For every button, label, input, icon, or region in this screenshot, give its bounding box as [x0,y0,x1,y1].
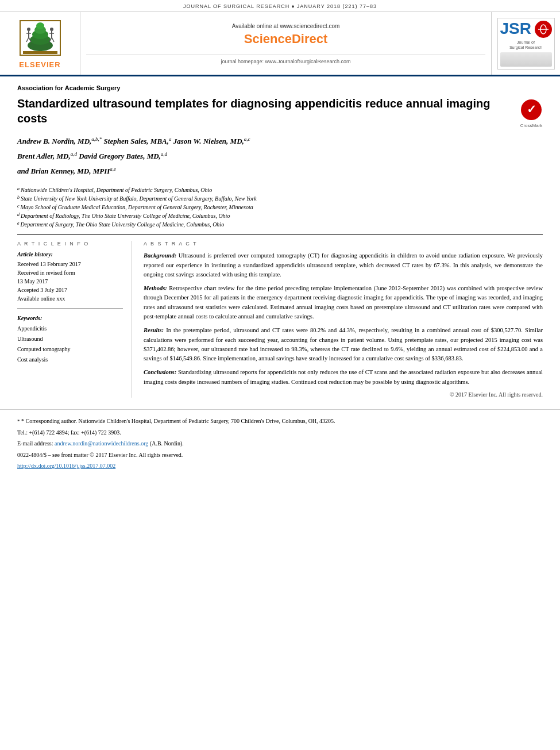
tel-text: Tel.: +(614) 722 4894; fax: +(614) 722 3… [17,429,121,436]
abstract-conclusions: Conclusions: Standardizing ultrasound re… [144,368,543,387]
journal-header: JOURNAL OF SURGICAL RESEARCH ♦ JANUARY 2… [0,0,560,12]
abstract-background: Background: Ultrasound is preferred over… [144,251,543,279]
svg-rect-0 [23,51,57,54]
elsevier-logo: ELSEVIER [17,18,63,69]
crossmark-badge[interactable]: ✓ CrossMark [520,98,543,128]
elsevier-logo-section: ELSEVIER [0,12,80,75]
article-info-column: A R T I C L E I N F O Article history: R… [17,241,132,397]
corresponding-label: * Corresponding author. [21,418,77,424]
author-kenney: and Brian Kenney, MD, MPH [17,167,110,176]
keyword-2: Ultrasound [17,334,123,344]
aff-sup-a: a [17,186,20,194]
article-title-row: Standardized ultrasound templates for di… [17,96,543,128]
banner: ELSEVIER Available online at www.science… [0,12,560,76]
author-nordin: Andrew B. Nordin, MD, [17,137,91,145]
aff-sup-e: e [17,220,20,229]
methods-text: Retrospective chart review for the time … [144,285,543,320]
conclusions-text: Standardizing ultrasound reports for app… [144,369,543,384]
authors-line-2: Brent Adler, MD,a,d David Gregory Bates,… [17,150,543,163]
footnote-star: * [17,418,20,424]
results-label: Results: [144,327,164,333]
divider [17,234,543,235]
crossmark-label: CrossMark [520,123,543,128]
affiliation-b: b State University of New York Universit… [17,194,543,203]
two-column-layout: A R T I C L E I N F O Article history: R… [17,241,543,397]
author-adler-sup: a,d [71,151,77,157]
history-label: Article history: [17,251,123,257]
issn-text: 0022-4804/$ – see front matter © 2017 El… [17,452,183,458]
keyword-4: Cost analysis [17,355,123,365]
svg-point-12 [50,28,53,31]
aff-text-c: Mayo School of Graduate Medical Educatio… [21,203,253,211]
aff-text-e: Department of Surgery, The Ohio State Un… [21,220,225,229]
crossmark-icon: ✓ [520,98,543,121]
jsr-logo: JSR Journal ofSurgical Research [497,18,555,70]
background-label: Background: [144,252,176,259]
article-title: Standardized ultrasound templates for di… [17,96,520,126]
elsevier-tree-icon [17,18,63,58]
author-nielsen: Jason W. Nielsen, MD, [171,137,244,145]
svg-line-16 [52,37,54,42]
keywords-divider [17,309,123,309]
keyword-3: Computed tomography [17,344,123,355]
svg-line-10 [26,37,29,42]
keyword-1: Appendicitis [17,324,123,334]
keywords-label: Keywords: [17,315,123,321]
issn-line: 0022-4804/$ – see front matter © 2017 El… [17,451,543,460]
article-content: Association for Academic Surgery Standar… [0,76,560,403]
banner-center: Available online at www.sciencedirect.co… [80,12,491,75]
authors-line-3: and Brian Kenney, MD, MPHa,e [17,165,543,178]
corresponding-author-note: * * Corresponding author. Nationwide Chi… [17,417,543,426]
methods-label: Methods: [144,285,167,291]
jsr-letters: JSR [500,21,531,37]
author-sales: Stephen Sales, MBA, [102,137,169,145]
aff-sup-c: c [17,203,20,211]
aff-sup-b: b [17,194,20,203]
affiliation-c: c Mayo School of Graduate Medical Educat… [17,203,543,211]
abstract-column: A B S T R A C T Background: Ultrasound i… [144,241,543,397]
aff-text-b: State University of New York University … [21,194,257,203]
affiliations: a Nationwide Children's Hospital, Depart… [17,183,543,229]
abstract-results: Results: In the pretemplate period, ultr… [144,326,543,363]
received-date: Received 13 February 2017 [17,260,123,268]
jsr-icon [535,21,552,38]
author-bates: David Gregory Bates, MD, [77,152,161,160]
doi-line: http://dx.doi.org/10.1016/j.jss.2017.07.… [17,461,543,471]
affiliation-a: a Nationwide Children's Hospital, Depart… [17,186,543,194]
revised-date: 13 May 2017 [17,277,123,286]
email-label: E-mail address: [17,440,55,447]
association-label: Association for Academic Surgery [17,84,543,91]
available-online: Available online xxx [17,294,123,303]
author-nordin-sup: a,b,* [91,136,102,142]
corresponding-address: Nationwide Children's Hospital, Departme… [78,418,335,424]
author-nielsen-sup: a,c [244,136,250,142]
doi-link[interactable]: http://dx.doi.org/10.1016/j.jss.2017.07.… [17,463,115,469]
jsr-subtitle: Journal ofSurgical Research [509,40,542,50]
aff-text-a: Nationwide Children's Hospital, Departme… [21,186,212,194]
conclusions-label: Conclusions: [144,369,176,375]
aff-sup-d: d [17,211,20,220]
svg-point-6 [36,22,44,29]
affiliation-e: e Department of Surgery, The Ohio State … [17,220,543,229]
abstract-header: A B S T R A C T [144,241,543,247]
aff-text-d: Department of Radiology, The Ohio State … [21,211,230,220]
accepted-date: Accepted 3 July 2017 [17,286,123,294]
elsevier-wordmark: ELSEVIER [19,60,60,69]
article-info-header: A R T I C L E I N F O [17,241,123,247]
email-suffix: (A.B. Nordin). [150,440,184,447]
authors-line-1: Andrew B. Nordin, MD,a,b,* Stephen Sales… [17,135,543,148]
journal-header-text: JOURNAL OF SURGICAL RESEARCH ♦ JANUARY 2… [183,3,377,9]
copyright-notice: © 2017 Elsevier Inc. All rights reserved… [144,391,543,398]
author-adler: Brent Adler, MD, [17,152,71,160]
svg-point-7 [27,28,30,31]
email-line: E-mail address: andrew.nordin@nationwide… [17,439,543,448]
journal-homepage-url: journal homepage: www.JournalofSurgicalR… [86,55,485,64]
page-footer: * * Corresponding author. Nationwide Chi… [0,409,560,479]
author-kenney-sup: a,e [110,166,116,172]
affiliation-d: d Department of Radiology, The Ohio Stat… [17,211,543,220]
jsr-decorative-image [500,52,552,67]
author-bates-sup: a,d [161,151,167,157]
background-text: Ultrasound is preferred over computed to… [144,252,543,278]
jsr-logo-section: JSR Journal ofSurgical Research [491,12,560,75]
email-link[interactable]: andrew.nordin@nationwidechildrens.org [55,440,148,447]
